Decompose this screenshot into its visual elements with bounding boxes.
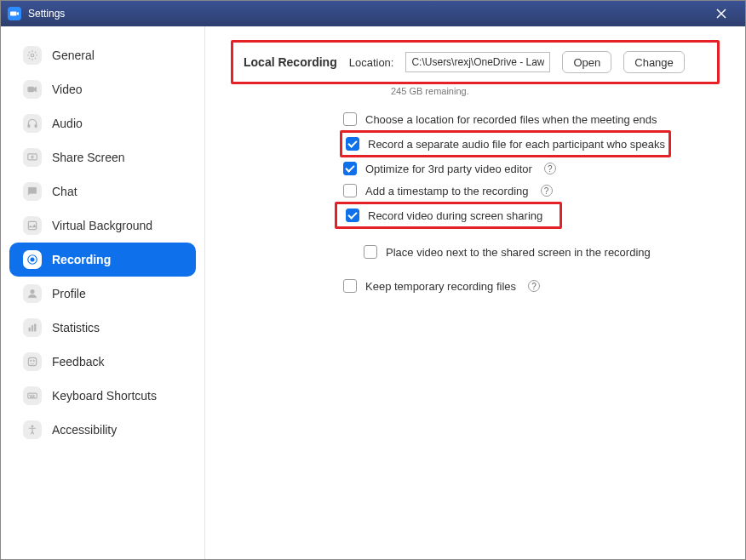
svg-point-14: [33, 360, 35, 362]
option-label: Place video next to the shared screen in…: [386, 246, 651, 259]
accessibility-icon: [23, 420, 42, 439]
record-icon: [23, 250, 42, 269]
sidebar-item-label: Feedback: [52, 355, 104, 369]
svg-point-18: [33, 395, 34, 396]
sidebar-item-label: Profile: [52, 287, 86, 300]
sidebar-item-audio[interactable]: Audio: [9, 106, 196, 140]
share-screen-icon: [23, 148, 42, 167]
sidebar-item-video[interactable]: Video: [9, 72, 196, 106]
svg-rect-11: [34, 324, 36, 331]
checkbox-record-video-share[interactable]: [346, 209, 359, 222]
chat-icon: [23, 182, 42, 201]
section-title: Local Recording: [244, 55, 337, 69]
keyboard-icon: [23, 386, 42, 405]
option-label: Optimize for 3rd party video editor: [365, 163, 532, 175]
sidebar: General Video Audio Share Screen Chat Vi…: [1, 26, 205, 559]
option-choose-location[interactable]: Choose a location for recorded files whe…: [340, 108, 720, 130]
sidebar-item-statistics[interactable]: Statistics: [9, 311, 196, 345]
titlebar: Settings: [1, 1, 745, 26]
info-icon[interactable]: ?: [541, 185, 553, 197]
option-keep-temp[interactable]: Keep temporary recording files ?: [340, 275, 720, 297]
sidebar-item-accessibility[interactable]: Accessibility: [9, 413, 196, 447]
option-record-video-share[interactable]: Record video during screen sharing: [335, 202, 562, 229]
highlight-local-recording: Local Recording Location: Open Change: [231, 40, 720, 84]
svg-point-16: [30, 395, 31, 396]
option-label: Record a separate audio file for each pa…: [368, 138, 665, 151]
sidebar-item-label: Share Screen: [52, 151, 125, 164]
sidebar-item-label: Audio: [52, 117, 83, 130]
option-label: Keep temporary recording files: [365, 280, 516, 293]
gear-icon: [23, 46, 42, 65]
location-label: Location:: [349, 56, 394, 69]
svg-rect-9: [29, 328, 31, 331]
sidebar-item-label: Statistics: [52, 321, 100, 334]
sidebar-item-profile[interactable]: Profile: [9, 277, 196, 311]
sidebar-item-label: Video: [52, 83, 83, 96]
window-title: Settings: [28, 8, 704, 20]
svg-rect-3: [35, 124, 37, 128]
option-add-timestamp[interactable]: Add a timestamp to the recording ?: [340, 180, 720, 202]
profile-icon: [23, 284, 42, 303]
svg-point-8: [31, 289, 35, 294]
svg-rect-1: [28, 87, 34, 92]
info-icon[interactable]: ?: [544, 163, 556, 174]
sidebar-item-label: Keyboard Shortcuts: [52, 389, 157, 403]
option-place-video-next[interactable]: Place video next to the shared screen in…: [360, 241, 720, 263]
sidebar-item-feedback[interactable]: Feedback: [9, 345, 196, 379]
sidebar-item-general[interactable]: General: [9, 38, 196, 72]
open-button[interactable]: Open: [562, 51, 611, 73]
svg-point-7: [31, 258, 35, 262]
sidebar-item-label: Recording: [52, 253, 111, 266]
sidebar-item-label: Accessibility: [52, 423, 117, 437]
option-optimize-editor[interactable]: Optimize for 3rd party video editor ?: [340, 157, 720, 180]
main-panel: Local Recording Location: Open Change 24…: [205, 26, 745, 559]
svg-point-0: [31, 54, 34, 57]
checkbox-add-timestamp[interactable]: [343, 184, 357, 197]
svg-rect-10: [32, 326, 33, 331]
sidebar-item-recording[interactable]: Recording: [9, 243, 196, 277]
checkbox-separate-audio[interactable]: [346, 137, 359, 151]
checkbox-keep-temp[interactable]: [343, 279, 357, 293]
background-icon: [23, 216, 42, 235]
close-icon: [716, 9, 726, 19]
sidebar-item-label: Chat: [52, 185, 77, 198]
app-icon: [8, 7, 21, 20]
sidebar-item-label: Virtual Background: [52, 219, 152, 232]
headphones-icon: [23, 114, 42, 133]
checkbox-optimize-editor[interactable]: [343, 162, 357, 175]
sidebar-item-keyboard-shortcuts[interactable]: Keyboard Shortcuts: [9, 379, 196, 413]
info-icon[interactable]: ?: [528, 280, 540, 292]
svg-point-20: [32, 426, 33, 427]
svg-rect-2: [28, 124, 30, 128]
change-button[interactable]: Change: [623, 51, 685, 73]
remaining-space: 245 GB remaining.: [391, 86, 720, 96]
video-icon: [23, 80, 42, 99]
option-label: Record video during screen sharing: [368, 209, 542, 222]
statistics-icon: [23, 318, 42, 337]
option-label: Choose a location for recorded files whe…: [365, 113, 657, 126]
svg-point-13: [30, 360, 32, 362]
option-separate-audio[interactable]: Record a separate audio file for each pa…: [340, 130, 671, 157]
sidebar-item-virtual-background[interactable]: Virtual Background: [9, 209, 196, 243]
sidebar-item-label: General: [52, 49, 95, 62]
location-input[interactable]: [405, 52, 550, 72]
svg-point-17: [32, 395, 32, 396]
feedback-icon: [23, 352, 42, 371]
checkbox-choose-location[interactable]: [343, 112, 357, 126]
checkbox-place-video-next[interactable]: [364, 245, 377, 259]
sidebar-item-share-screen[interactable]: Share Screen: [9, 140, 196, 174]
option-label: Add a timestamp to the recording: [365, 185, 529, 197]
sidebar-item-chat[interactable]: Chat: [9, 174, 196, 209]
svg-rect-19: [31, 397, 35, 397]
close-button[interactable]: [704, 1, 738, 26]
